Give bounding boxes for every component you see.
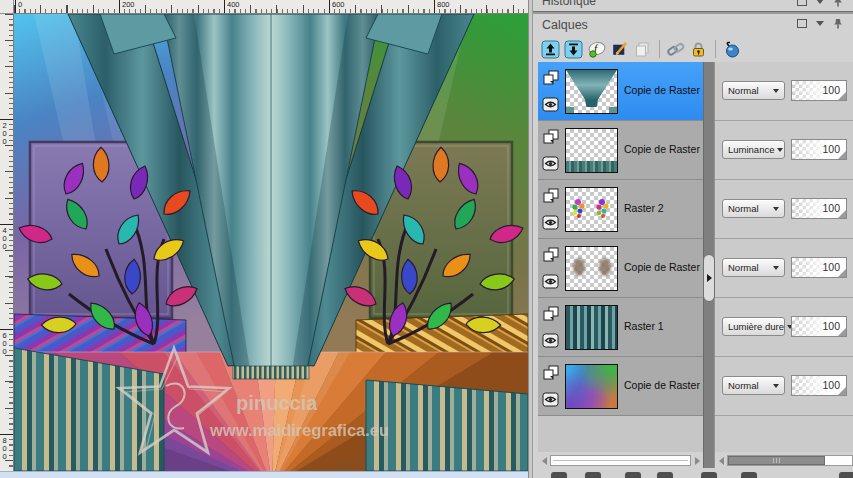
- layer-row[interactable]: Copie de Raster 1: [538, 121, 703, 180]
- opacity-field[interactable]: 100: [791, 198, 847, 219]
- scroll-left-icon[interactable]: [715, 454, 727, 467]
- duplicate-layer-disabled-icon: [633, 40, 652, 59]
- ruler-label: 0: [15, 0, 22, 13]
- canvas-horizontal-scroll-area[interactable]: [0, 471, 528, 478]
- clipped-bottom-toolbar: [533, 470, 853, 478]
- pin-icon[interactable]: [833, 18, 843, 29]
- resize-corner-icon: [838, 387, 846, 395]
- ruler-label: 800: [434, 0, 450, 13]
- splitter-handle[interactable]: [703, 254, 715, 302]
- opacity-field[interactable]: 100: [791, 139, 847, 160]
- raster-layer-type-icon: [542, 188, 560, 204]
- blend-mode-value: Lumière dure: [728, 321, 784, 332]
- layer-thumbnail[interactable]: [565, 69, 618, 114]
- visibility-eye-icon[interactable]: [542, 333, 560, 349]
- layer-list-scrollbar[interactable]: [538, 453, 703, 468]
- layer-list-empty-area: [538, 416, 703, 451]
- blend-mode-value: Luminance: [728, 144, 774, 155]
- blend-mode-value: Normal: [728, 85, 759, 96]
- blend-mode-dropdown[interactable]: Normal: [722, 258, 785, 277]
- ruler-label: 200: [119, 0, 135, 13]
- blend-mode-dropdown[interactable]: Normal: [722, 199, 785, 218]
- layer-name: Raster 2: [624, 202, 664, 214]
- link-layers-icon[interactable]: [666, 40, 685, 59]
- layer-name: Copie de Raster 1: [624, 143, 709, 155]
- visibility-eye-icon[interactable]: [542, 215, 560, 231]
- layer-row[interactable]: Copie de Raster 1: [538, 62, 703, 121]
- visibility-eye-icon[interactable]: [542, 274, 560, 290]
- layer-thumbnail[interactable]: [565, 364, 618, 409]
- blend-column-scrollbar[interactable]: [715, 453, 853, 468]
- canvas-artwork: pinuccia www.maidiregrafica.eu: [14, 14, 528, 471]
- blend-mode-dropdown[interactable]: Lumière dure: [722, 317, 785, 336]
- opacity-field[interactable]: 100: [791, 80, 847, 101]
- scrollbar-thumb[interactable]: [728, 456, 825, 465]
- opacity-field[interactable]: 100: [791, 375, 847, 396]
- layer-script-visibility-icon[interactable]: f: [587, 40, 606, 59]
- visibility-eye-icon[interactable]: [542, 97, 560, 113]
- panel-menu-caret-icon[interactable]: [816, 0, 824, 4]
- resize-corner-icon: [838, 151, 846, 159]
- blue-sphere-icon[interactable]: [722, 40, 741, 59]
- dropdown-caret-icon: [773, 207, 779, 211]
- toolbar-separator: [659, 40, 660, 58]
- ruler-label: 200: [0, 119, 13, 145]
- move-layer-up-icon[interactable]: [541, 40, 560, 59]
- splitter-arrow-icon: [707, 274, 712, 282]
- toolbar-separator: [715, 40, 716, 58]
- layer-name: Copie de Raster 2: [624, 261, 709, 273]
- blend-mode-value: Normal: [728, 203, 759, 214]
- blend-mode-dropdown[interactable]: Normal: [722, 376, 785, 395]
- layer-row[interactable]: Raster 1: [538, 298, 703, 357]
- resize-corner-icon: [838, 92, 846, 100]
- layer-row[interactable]: Copie de Raster 2: [538, 239, 703, 298]
- historique-panel-header[interactable]: Historique: [533, 0, 853, 11]
- opacity-field[interactable]: 100: [791, 257, 847, 278]
- lock-icon[interactable]: [689, 40, 708, 59]
- layer-thumbnail[interactable]: [565, 128, 618, 173]
- ruler-label: 400: [224, 0, 240, 13]
- calques-panel-header[interactable]: Calques: [533, 14, 853, 36]
- opacity-field[interactable]: 100: [791, 316, 847, 337]
- move-layer-down-icon[interactable]: [564, 40, 583, 59]
- panel-menu-caret-icon[interactable]: [816, 21, 824, 26]
- dropdown-caret-icon: [773, 266, 779, 270]
- canvas-image[interactable]: pinuccia www.maidiregrafica.eu: [14, 14, 528, 471]
- dropdown-caret-icon: [777, 148, 783, 152]
- ruler-label: 800: [0, 434, 13, 460]
- visibility-eye-icon[interactable]: [542, 392, 560, 408]
- resize-corner-icon: [838, 210, 846, 218]
- scroll-left-icon[interactable]: [538, 454, 550, 467]
- layer-thumbnail[interactable]: [565, 305, 618, 350]
- blend-mode-dropdown[interactable]: Normal: [722, 81, 785, 100]
- resize-corner-icon: [838, 328, 846, 336]
- scrollbar-track[interactable]: [727, 455, 853, 466]
- raster-layer-type-icon: [542, 306, 560, 322]
- calques-title: Calques: [542, 18, 588, 32]
- vertical-ruler: 200 400 600 800: [0, 14, 14, 471]
- raster-layer-type-icon: [542, 365, 560, 381]
- layer-row[interactable]: Copie de Raster 1: [538, 357, 703, 416]
- resize-corner-icon: [838, 269, 846, 277]
- blend-mode-value: Normal: [728, 262, 759, 273]
- layer-thumbnail[interactable]: [565, 246, 618, 291]
- layer-name: Raster 1: [624, 320, 664, 332]
- ruler-corner: [0, 0, 14, 14]
- panel-frame-icon[interactable]: [797, 19, 807, 28]
- pin-icon[interactable]: [833, 0, 843, 7]
- watermark-name: pinuccia: [236, 392, 318, 414]
- layers-panel: Historique Calques: [533, 0, 853, 478]
- visibility-eye-icon[interactable]: [542, 156, 560, 172]
- layers-toolbar: f: [533, 36, 853, 62]
- scrollbar-track[interactable]: [550, 455, 691, 466]
- scroll-right-icon[interactable]: [691, 454, 703, 467]
- panel-frame-icon[interactable]: [797, 0, 807, 6]
- layers-column-splitter[interactable]: [703, 62, 715, 468]
- dropdown-caret-icon: [773, 89, 779, 93]
- ruler-label: 400: [0, 224, 13, 250]
- edit-layer-icon[interactable]: [610, 40, 629, 59]
- ruler-label: 600: [329, 0, 345, 13]
- layer-row[interactable]: Raster 2: [538, 180, 703, 239]
- blend-mode-dropdown[interactable]: Luminance: [722, 140, 785, 159]
- layer-thumbnail[interactable]: [565, 187, 618, 232]
